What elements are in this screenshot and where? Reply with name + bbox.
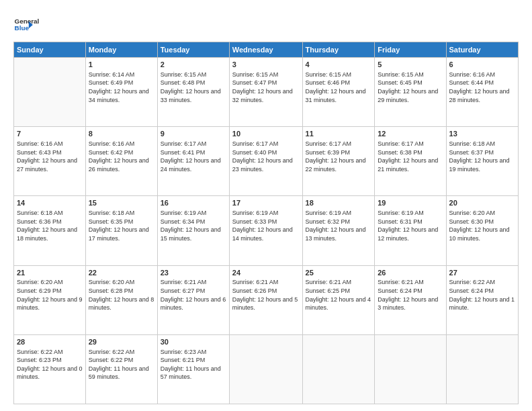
weekday-header: Saturday (446, 42, 518, 58)
weekday-header: Sunday (14, 42, 86, 58)
day-info: Sunrise: 6:17 AM Sunset: 6:39 PM Dayligh… (306, 140, 372, 173)
day-number: 22 (89, 268, 154, 278)
day-number: 27 (449, 268, 515, 278)
day-info: Sunrise: 6:19 AM Sunset: 6:32 PM Dayligh… (306, 209, 372, 242)
day-number: 4 (306, 60, 372, 70)
calendar-cell: 2Sunrise: 6:15 AM Sunset: 6:48 PM Daylig… (157, 58, 229, 127)
calendar-cell: 20Sunrise: 6:20 AM Sunset: 6:30 PM Dayli… (446, 196, 518, 265)
calendar-cell: 9Sunrise: 6:17 AM Sunset: 6:41 PM Daylig… (157, 127, 229, 196)
day-info: Sunrise: 6:19 AM Sunset: 6:31 PM Dayligh… (378, 209, 443, 242)
calendar-cell: 10Sunrise: 6:17 AM Sunset: 6:40 PM Dayli… (229, 127, 302, 196)
calendar-cell (14, 58, 86, 127)
weekday-header: Tuesday (157, 42, 229, 58)
page: General Blue SundayMondayTuesdayWednesda… (0, 0, 532, 411)
day-number: 7 (17, 129, 83, 139)
calendar-week-row: 14Sunrise: 6:18 AM Sunset: 6:36 PM Dayli… (14, 196, 519, 265)
calendar-cell (229, 334, 302, 404)
day-info: Sunrise: 6:20 AM Sunset: 6:29 PM Dayligh… (17, 278, 83, 312)
day-number: 15 (89, 198, 154, 208)
logo: General Blue (13, 12, 42, 38)
day-number: 5 (378, 60, 443, 70)
calendar-cell: 28Sunrise: 6:22 AM Sunset: 6:23 PM Dayli… (14, 334, 86, 404)
calendar-cell: 5Sunrise: 6:15 AM Sunset: 6:45 PM Daylig… (375, 58, 446, 127)
day-info: Sunrise: 6:15 AM Sunset: 6:46 PM Dayligh… (306, 71, 372, 104)
weekday-header: Thursday (302, 42, 375, 58)
day-info: Sunrise: 6:21 AM Sunset: 6:26 PM Dayligh… (232, 278, 300, 312)
day-info: Sunrise: 6:17 AM Sunset: 6:38 PM Dayligh… (378, 140, 443, 173)
day-number: 8 (89, 129, 154, 139)
day-info: Sunrise: 6:23 AM Sunset: 6:21 PM Dayligh… (161, 348, 226, 381)
weekday-header: Monday (85, 42, 157, 58)
calendar-cell: 16Sunrise: 6:19 AM Sunset: 6:34 PM Dayli… (157, 196, 229, 265)
day-info: Sunrise: 6:22 AM Sunset: 6:23 PM Dayligh… (17, 348, 83, 381)
day-info: Sunrise: 6:21 AM Sunset: 6:27 PM Dayligh… (161, 278, 226, 312)
calendar-cell: 17Sunrise: 6:19 AM Sunset: 6:33 PM Dayli… (229, 196, 302, 265)
day-info: Sunrise: 6:16 AM Sunset: 6:44 PM Dayligh… (449, 71, 515, 104)
day-info: Sunrise: 6:16 AM Sunset: 6:42 PM Dayligh… (89, 140, 154, 173)
calendar-week-row: 21Sunrise: 6:20 AM Sunset: 6:29 PM Dayli… (14, 265, 519, 334)
day-number: 28 (17, 337, 83, 347)
day-info: Sunrise: 6:20 AM Sunset: 6:30 PM Dayligh… (449, 209, 515, 242)
day-number: 23 (161, 268, 226, 278)
day-number: 16 (161, 198, 226, 208)
svg-text:General: General (15, 17, 39, 25)
calendar-cell: 12Sunrise: 6:17 AM Sunset: 6:38 PM Dayli… (375, 127, 446, 196)
calendar-table: SundayMondayTuesdayWednesdayThursdayFrid… (13, 42, 519, 404)
calendar-cell: 7Sunrise: 6:16 AM Sunset: 6:43 PM Daylig… (14, 127, 86, 196)
calendar-header-row: SundayMondayTuesdayWednesdayThursdayFrid… (14, 42, 519, 58)
calendar-cell: 8Sunrise: 6:16 AM Sunset: 6:42 PM Daylig… (85, 127, 157, 196)
day-info: Sunrise: 6:15 AM Sunset: 6:48 PM Dayligh… (161, 71, 226, 104)
day-info: Sunrise: 6:15 AM Sunset: 6:47 PM Dayligh… (232, 71, 300, 104)
calendar-cell: 13Sunrise: 6:18 AM Sunset: 6:37 PM Dayli… (446, 127, 518, 196)
day-number: 30 (161, 337, 226, 347)
calendar-cell: 23Sunrise: 6:21 AM Sunset: 6:27 PM Dayli… (157, 265, 229, 334)
day-info: Sunrise: 6:22 AM Sunset: 6:22 PM Dayligh… (89, 348, 154, 381)
calendar-cell: 6Sunrise: 6:16 AM Sunset: 6:44 PM Daylig… (446, 58, 518, 127)
calendar-cell: 21Sunrise: 6:20 AM Sunset: 6:29 PM Dayli… (14, 265, 86, 334)
day-info: Sunrise: 6:18 AM Sunset: 6:36 PM Dayligh… (17, 209, 83, 242)
day-info: Sunrise: 6:20 AM Sunset: 6:28 PM Dayligh… (89, 278, 154, 312)
calendar-cell: 18Sunrise: 6:19 AM Sunset: 6:32 PM Dayli… (302, 196, 375, 265)
calendar-week-row: 7Sunrise: 6:16 AM Sunset: 6:43 PM Daylig… (14, 127, 519, 196)
weekday-header: Friday (375, 42, 446, 58)
calendar-body: 1Sunrise: 6:14 AM Sunset: 6:49 PM Daylig… (14, 58, 519, 404)
calendar-cell: 15Sunrise: 6:18 AM Sunset: 6:35 PM Dayli… (85, 196, 157, 265)
calendar-cell (446, 334, 518, 404)
day-info: Sunrise: 6:17 AM Sunset: 6:40 PM Dayligh… (232, 140, 300, 173)
calendar-cell: 1Sunrise: 6:14 AM Sunset: 6:49 PM Daylig… (85, 58, 157, 127)
day-info: Sunrise: 6:19 AM Sunset: 6:34 PM Dayligh… (161, 209, 226, 242)
day-info: Sunrise: 6:14 AM Sunset: 6:49 PM Dayligh… (89, 71, 154, 104)
header: General Blue (13, 12, 519, 38)
calendar-cell: 3Sunrise: 6:15 AM Sunset: 6:47 PM Daylig… (229, 58, 302, 127)
day-number: 11 (306, 129, 372, 139)
day-number: 20 (449, 198, 515, 208)
day-number: 6 (449, 60, 515, 70)
day-number: 10 (232, 129, 300, 139)
calendar-cell (302, 334, 375, 404)
day-info: Sunrise: 6:17 AM Sunset: 6:41 PM Dayligh… (161, 140, 226, 173)
calendar-cell: 22Sunrise: 6:20 AM Sunset: 6:28 PM Dayli… (85, 265, 157, 334)
day-number: 14 (17, 198, 83, 208)
day-number: 18 (306, 198, 372, 208)
day-info: Sunrise: 6:16 AM Sunset: 6:43 PM Dayligh… (17, 140, 83, 173)
calendar-cell: 26Sunrise: 6:21 AM Sunset: 6:24 PM Dayli… (375, 265, 446, 334)
svg-text:Blue: Blue (15, 24, 30, 32)
day-number: 25 (306, 268, 372, 278)
day-number: 19 (378, 198, 443, 208)
weekday-header: Wednesday (229, 42, 302, 58)
calendar-cell: 11Sunrise: 6:17 AM Sunset: 6:39 PM Dayli… (302, 127, 375, 196)
day-info: Sunrise: 6:18 AM Sunset: 6:35 PM Dayligh… (89, 209, 154, 242)
logo-svg: General Blue (13, 12, 39, 38)
day-number: 24 (232, 268, 300, 278)
day-info: Sunrise: 6:18 AM Sunset: 6:37 PM Dayligh… (449, 140, 515, 173)
day-info: Sunrise: 6:15 AM Sunset: 6:45 PM Dayligh… (378, 71, 443, 104)
day-number: 2 (161, 60, 226, 70)
calendar-cell: 4Sunrise: 6:15 AM Sunset: 6:46 PM Daylig… (302, 58, 375, 127)
day-number: 3 (232, 60, 300, 70)
calendar-cell: 24Sunrise: 6:21 AM Sunset: 6:26 PM Dayli… (229, 265, 302, 334)
day-info: Sunrise: 6:19 AM Sunset: 6:33 PM Dayligh… (232, 209, 300, 242)
calendar-cell: 30Sunrise: 6:23 AM Sunset: 6:21 PM Dayli… (157, 334, 229, 404)
day-number: 17 (232, 198, 300, 208)
calendar-week-row: 28Sunrise: 6:22 AM Sunset: 6:23 PM Dayli… (14, 334, 519, 404)
day-info: Sunrise: 6:21 AM Sunset: 6:24 PM Dayligh… (378, 278, 443, 312)
